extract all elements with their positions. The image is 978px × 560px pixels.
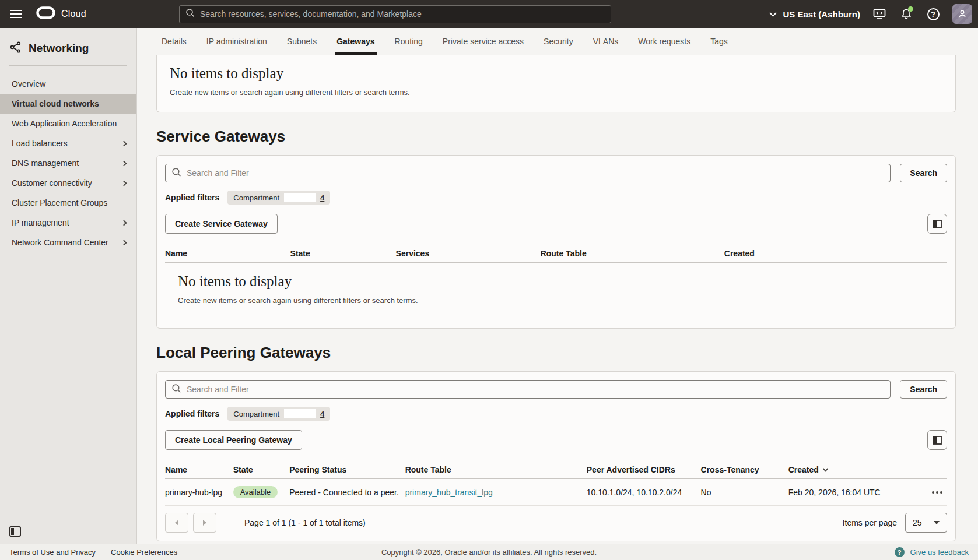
empty-state-title: No items to display bbox=[170, 65, 942, 82]
cell-peering-status: Peered - Connected to a peer. bbox=[289, 488, 405, 497]
sidebar-menu: Overview Virtual cloud networks Web Appl… bbox=[0, 74, 136, 252]
internet-gateways-empty-panel: No items to display Create new items or … bbox=[156, 55, 956, 112]
sg-search-input[interactable] bbox=[187, 168, 884, 178]
sg-applied-filters-label: Applied filters bbox=[165, 193, 219, 202]
tab-vlans[interactable]: VLANs bbox=[583, 28, 629, 55]
global-search[interactable] bbox=[179, 5, 611, 23]
sg-compartment-filter-chip[interactable]: Compartment 4 bbox=[227, 191, 330, 205]
arrow-left-icon bbox=[175, 520, 178, 526]
sidebar-header: Networking bbox=[0, 28, 136, 65]
lpg-pagination: Page 1 of 1 (1 - 1 of 1 total items) Ite… bbox=[165, 513, 947, 533]
gateways-content: No items to display Create new items or … bbox=[138, 55, 978, 541]
status-badge: Available bbox=[233, 486, 278, 498]
sidebar-item-web-application-acceleration[interactable]: Web Application Acceleration bbox=[0, 114, 136, 133]
cookie-preferences-link[interactable]: Cookie Preferences bbox=[111, 548, 177, 557]
route-table-link[interactable]: primary_hub_transit_lpg bbox=[405, 488, 493, 497]
search-icon bbox=[171, 167, 181, 179]
items-per-page-select[interactable]: 25 bbox=[905, 513, 947, 533]
chevron-right-icon bbox=[121, 220, 127, 226]
items-per-page-label: Items per page bbox=[843, 518, 897, 527]
sidebar-item-cluster-placement-groups[interactable]: Cluster Placement Groups bbox=[0, 193, 136, 213]
networking-icon bbox=[9, 41, 22, 56]
create-service-gateway-button[interactable]: Create Service Gateway bbox=[165, 214, 278, 234]
cell-cross-tenancy: No bbox=[701, 488, 788, 497]
service-gateways-table: Name State Services Route Table Created … bbox=[165, 244, 947, 320]
tab-work-requests[interactable]: Work requests bbox=[628, 28, 700, 55]
lpg-search-button[interactable]: Search bbox=[900, 380, 947, 399]
lpg-compartment-filter-chip[interactable]: Compartment 4 bbox=[227, 407, 330, 421]
caret-down-icon bbox=[934, 521, 940, 524]
arrow-right-icon bbox=[203, 520, 206, 526]
terms-link[interactable]: Terms of Use and Privacy bbox=[9, 548, 96, 557]
service-gateways-heading: Service Gateways bbox=[156, 128, 956, 146]
create-local-peering-gateway-button[interactable]: Create Local Peering Gateway bbox=[165, 430, 302, 450]
row-actions-menu-icon[interactable] bbox=[910, 491, 947, 494]
sidebar-item-network-command-center[interactable]: Network Command Center bbox=[0, 233, 136, 252]
search-icon bbox=[171, 383, 181, 396]
chevron-right-icon bbox=[121, 160, 127, 166]
user-avatar[interactable] bbox=[952, 4, 972, 24]
chevron-down-icon bbox=[770, 9, 777, 17]
sidebar-item-ip-management[interactable]: IP management bbox=[0, 213, 136, 233]
lpg-col-state: State bbox=[233, 465, 290, 474]
cloud-shell-icon[interactable] bbox=[872, 6, 887, 22]
sidebar-item-dns-management[interactable]: DNS management bbox=[0, 153, 136, 173]
lpg-column-settings-button[interactable] bbox=[927, 430, 947, 450]
sort-descending-icon[interactable] bbox=[822, 466, 828, 471]
tab-subnets[interactable]: Subnets bbox=[277, 28, 327, 55]
tab-tags[interactable]: Tags bbox=[700, 28, 738, 55]
cell-peer-cidrs: 10.10.1.0/24, 10.10.2.0/24 bbox=[587, 488, 701, 497]
filter-chip-redacted-value bbox=[284, 193, 316, 202]
empty-state-subtitle: Create new items or search again using d… bbox=[178, 296, 934, 305]
tab-ip-administration[interactable]: IP administration bbox=[197, 28, 277, 55]
tab-gateways[interactable]: Gateways bbox=[327, 28, 384, 55]
lpg-col-peering-status: Peering Status bbox=[289, 465, 405, 474]
sidebar-item-load-balancers[interactable]: Load balancers bbox=[0, 133, 136, 153]
sg-search-button[interactable]: Search bbox=[900, 164, 947, 182]
lpg-col-created[interactable]: Created bbox=[788, 465, 910, 474]
collapse-sidebar-icon[interactable] bbox=[9, 526, 21, 537]
sidebar-item-overview[interactable]: Overview bbox=[0, 74, 136, 94]
lpg-search-input[interactable] bbox=[187, 385, 884, 394]
region-selector[interactable]: US East (Ashburn) bbox=[770, 9, 860, 19]
sg-col-state: State bbox=[290, 249, 396, 258]
sidebar-item-customer-connectivity[interactable]: Customer connectivity bbox=[0, 173, 136, 193]
tab-details[interactable]: Details bbox=[152, 28, 197, 55]
header-controls: US East (Ashburn) ? bbox=[770, 4, 972, 24]
local-peering-gateways-panel: Search Applied filters Compartment 4 Cre… bbox=[156, 371, 956, 541]
copyright-text: Copyright © 2026, Oracle and/or its affi… bbox=[381, 548, 597, 557]
feedback-help-icon: ? bbox=[895, 547, 905, 557]
sg-col-route-table: Route Table bbox=[541, 249, 724, 258]
local-peering-gateways-heading: Local Peering Gateways bbox=[156, 344, 956, 362]
chevron-right-icon bbox=[121, 180, 127, 186]
tab-private-service-access[interactable]: Private service access bbox=[433, 28, 534, 55]
tab-routing[interactable]: Routing bbox=[385, 28, 433, 55]
sidebar-divider bbox=[9, 65, 127, 66]
sidebar-networking: Networking Overview Virtual cloud networ… bbox=[0, 28, 137, 544]
oracle-logo-icon bbox=[36, 6, 55, 22]
hamburger-menu-icon[interactable] bbox=[8, 4, 28, 24]
lpg-search-box[interactable] bbox=[165, 380, 891, 399]
notifications-bell-icon[interactable] bbox=[899, 6, 914, 22]
top-header-bar: Cloud US East (Ashburn) ? bbox=[0, 0, 978, 28]
sidebar-item-virtual-cloud-networks[interactable]: Virtual cloud networks bbox=[0, 94, 136, 114]
sg-search-box[interactable] bbox=[165, 164, 891, 182]
help-icon[interactable]: ? bbox=[926, 6, 941, 22]
tab-security[interactable]: Security bbox=[534, 28, 583, 55]
columns-icon bbox=[933, 436, 942, 445]
oracle-cloud-home-link[interactable]: Cloud bbox=[36, 6, 86, 22]
sg-column-settings-button[interactable] bbox=[927, 214, 947, 234]
lpg-col-route-table: Route Table bbox=[405, 465, 587, 474]
next-page-button[interactable] bbox=[193, 513, 216, 533]
sidebar-title: Networking bbox=[29, 42, 89, 55]
sg-empty-state: No items to display Create new items or … bbox=[165, 263, 947, 320]
main-content: Details IP administration Subnets Gatewa… bbox=[138, 28, 978, 544]
global-search-input[interactable] bbox=[200, 9, 605, 19]
empty-state-subtitle: Create new items or search again using d… bbox=[170, 88, 942, 97]
lpg-col-name: Name bbox=[165, 465, 233, 474]
empty-state-title: No items to display bbox=[178, 273, 934, 290]
local-peering-gateways-table: Name State Peering Status Route Table Pe… bbox=[165, 460, 947, 506]
give-feedback-link[interactable]: Give us feedback bbox=[910, 548, 969, 557]
filter-chip-redacted-value bbox=[284, 409, 316, 418]
previous-page-button[interactable] bbox=[165, 513, 188, 533]
